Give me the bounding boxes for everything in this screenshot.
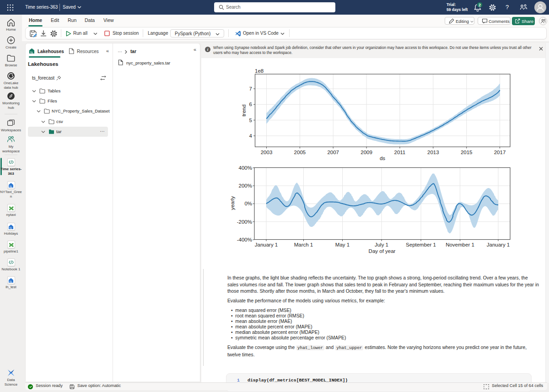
svg-text:2009: 2009: [361, 150, 372, 155]
svg-text:6: 6: [249, 102, 252, 107]
svg-text:7: 7: [249, 86, 252, 91]
svg-text:yearly: yearly: [230, 196, 235, 210]
svg-text:5: 5: [249, 118, 252, 123]
svg-text:2011: 2011: [394, 150, 406, 155]
svg-text:2013: 2013: [427, 150, 439, 155]
svg-text:200%: 200%: [239, 183, 252, 188]
svg-text:4: 4: [249, 133, 253, 139]
svg-text:January 1: January 1: [487, 242, 510, 247]
svg-text:-200%: -200%: [237, 219, 252, 225]
svg-text:trend: trend: [241, 104, 247, 116]
svg-text:May 1: May 1: [335, 242, 350, 247]
svg-text:January 1: January 1: [255, 242, 278, 247]
svg-text:0%: 0%: [244, 201, 252, 206]
svg-text:March 1: March 1: [294, 242, 313, 247]
svg-text:2003: 2003: [261, 150, 273, 155]
svg-text:2015: 2015: [461, 150, 473, 155]
svg-text:1e8: 1e8: [255, 68, 264, 74]
svg-text:2007: 2007: [327, 150, 339, 155]
svg-text:400%: 400%: [239, 165, 252, 171]
svg-text:-400%: -400%: [237, 237, 252, 242]
svg-text:2005: 2005: [294, 150, 306, 155]
svg-text:September 1: September 1: [406, 242, 436, 247]
svg-text:July 1: July 1: [375, 242, 388, 247]
svg-text:ds: ds: [380, 156, 385, 161]
svg-text:2017: 2017: [494, 150, 506, 155]
svg-text:November 1: November 1: [446, 242, 474, 247]
svg-text:Day of year: Day of year: [369, 248, 396, 254]
